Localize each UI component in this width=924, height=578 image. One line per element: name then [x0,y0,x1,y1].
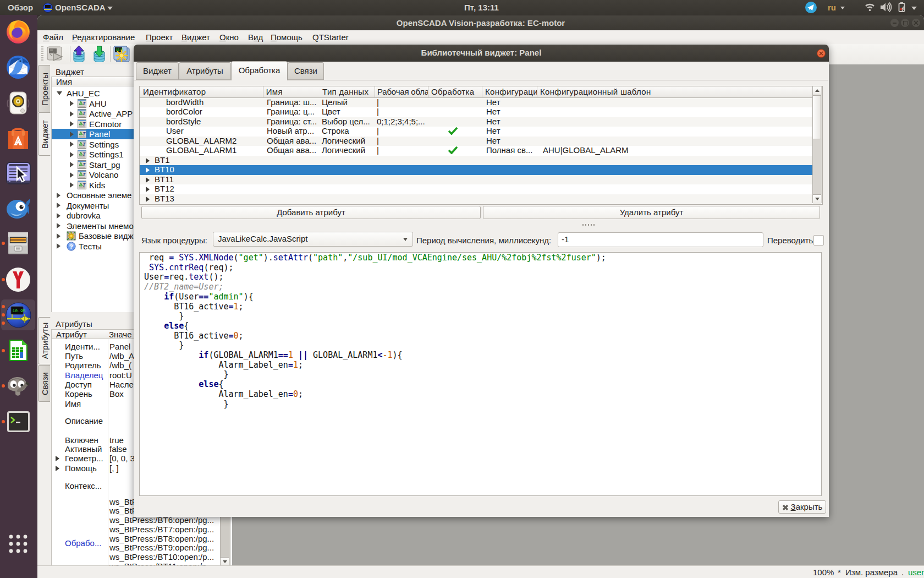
svg-text:T: T [82,111,86,116]
svg-text:T: T [82,100,86,106]
svg-text:T: T [82,131,86,137]
svg-text:T: T [82,161,86,167]
svg-text:T: T [82,182,86,187]
svg-text:T: T [82,172,86,177]
svg-text:?: ? [69,243,73,250]
svg-text:T: T [82,141,86,146]
svg-text:T: T [82,121,86,126]
svg-text:10.95: 10.95 [13,308,26,313]
svg-text:T: T [82,151,86,157]
svg-text:10.95: 10.95 [116,48,124,51]
